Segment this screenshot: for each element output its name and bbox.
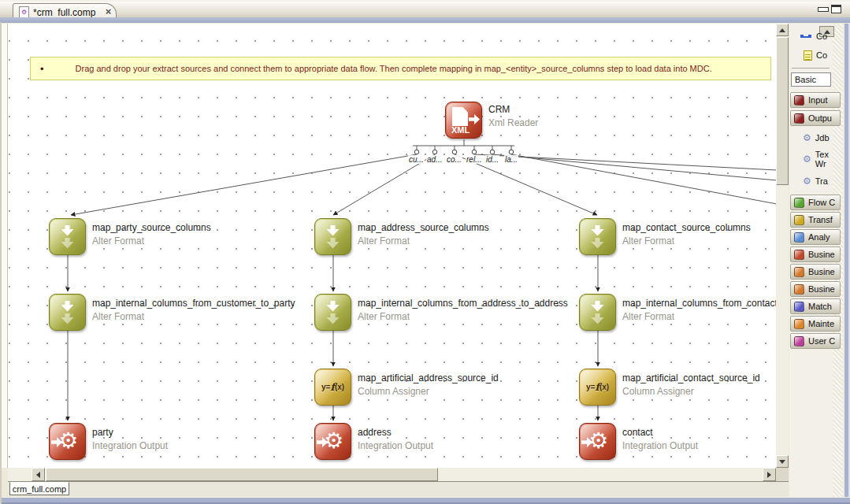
drawer-icon [794, 302, 804, 312]
port-label: rel... [466, 155, 482, 164]
node-title: map_artificial_contact_source_id [622, 372, 760, 384]
editor-tab-bar: ⚙ *crm_full.comp × [0, 0, 850, 19]
palette-drawer-label: Mainte [808, 319, 834, 328]
palette-drawer-maintenance[interactable]: Mainte [790, 316, 841, 332]
column-assigner-icon: y=f(x) [315, 369, 351, 405]
drawer-icon [794, 198, 804, 208]
drawer-icon [794, 215, 804, 225]
vertical-scroll-thumb[interactable] [776, 37, 789, 185]
node-subtitle: Alter Format [92, 235, 144, 246]
palette-separator [792, 68, 830, 69]
palette-drawer-business-3[interactable]: Busine [790, 281, 841, 297]
palette-filter-box[interactable]: Basic [791, 72, 831, 87]
node-crm-xml-reader[interactable]: XML [445, 102, 482, 139]
vertical-scrollbar[interactable] [776, 24, 789, 468]
palette-tool-label: Co [816, 32, 827, 41]
palette-drawer-label: Input [808, 95, 827, 105]
scroll-down-button[interactable] [776, 455, 789, 468]
node-title: map_contact_source_columns [622, 222, 751, 233]
palette-drawer-label: Busine [808, 284, 835, 294]
drawer-icon [794, 336, 804, 346]
node-subtitle: Xml Reader [488, 117, 538, 128]
node-party-integration-output[interactable]: ⚙ [49, 423, 86, 460]
palette-drawer-transformations[interactable]: Transf [790, 212, 841, 228]
bottom-tab-crm-full-comp[interactable]: crm_full.comp [9, 482, 69, 495]
palette-tool-label: Co [816, 50, 827, 60]
diagram-canvas[interactable]: • Drag and drop your extract sources and… [8, 24, 776, 468]
palette-drawer-input[interactable]: Input [790, 92, 841, 108]
xml-document-icon [452, 107, 468, 126]
integration-output-icon: ⚙ [50, 424, 85, 459]
palette-tool-jdbc[interactable]: ⚙ Jdb [789, 131, 844, 145]
xml-icon-text: XML [451, 125, 470, 135]
scroll-left-button[interactable] [32, 468, 45, 481]
palette-drawer-business-1[interactable]: Busine [790, 246, 841, 262]
drawer-icon [794, 267, 804, 277]
palette-drawer-user-components[interactable]: User C [790, 333, 841, 349]
palette-tool-text-writer[interactable]: ⚙ Tex Wr [789, 148, 844, 170]
alter-format-icon [580, 219, 615, 254]
palette-drawer-label: Match [808, 302, 832, 311]
alter-format-icon [50, 295, 85, 330]
node-contact-integration-output[interactable]: ⚙ [579, 423, 616, 460]
node-map-artificial-contact-source-id[interactable]: y=f(x) [579, 369, 616, 406]
node-map-artificial-address-source-id[interactable]: y=f(x) [314, 369, 351, 406]
palette-tool-trash[interactable]: ⚙ Tra [789, 174, 844, 188]
node-title: party [92, 427, 113, 438]
palette-drawer-label: Flow C [808, 198, 835, 207]
right-arrow-icon [767, 472, 774, 478]
node-subtitle: Column Assigner [358, 386, 429, 397]
node-address-integration-output[interactable]: ⚙ [314, 423, 351, 460]
palette-drawer-label: Transf [808, 215, 833, 224]
gear-icon: ⚙ [803, 154, 811, 164]
window-left-trim [0, 22, 2, 504]
node-subtitle: Alter Format [622, 235, 674, 246]
palette-drawer-label: Busine [808, 250, 835, 259]
node-title: address [358, 427, 392, 438]
node-subtitle: Integration Output [92, 440, 168, 451]
connection-icon [800, 32, 812, 40]
scroll-up-button[interactable] [776, 24, 789, 36]
node-map-internal-columns-from-contact-to-contact[interactable] [579, 294, 616, 331]
gear-icon: ⚙ [803, 133, 811, 143]
scroll-right-button[interactable] [763, 468, 776, 481]
port-label: id... [485, 155, 499, 164]
drawer-icon [794, 232, 804, 243]
node-title: contact [622, 427, 653, 438]
window-bottom-trim [0, 497, 850, 504]
minimize-icon[interactable] [818, 7, 829, 12]
palette-drawer-matching[interactable]: Match [790, 298, 841, 314]
palette-tool-note[interactable]: Co [789, 48, 844, 62]
note-icon [804, 50, 812, 61]
node-map-internal-columns-from-address-to-address[interactable] [314, 294, 351, 331]
alter-format-icon [580, 295, 615, 330]
node-subtitle: Alter Format [92, 311, 144, 322]
palette-drawer-analysis[interactable]: Analy [790, 229, 841, 245]
alter-format-icon [50, 219, 85, 254]
close-icon[interactable]: × [106, 6, 112, 17]
palette-drawer-business-2[interactable]: Busine [790, 264, 841, 280]
palette-drawer-output[interactable]: Outpu [790, 110, 841, 126]
alter-format-icon [315, 295, 351, 330]
maximize-icon[interactable] [831, 5, 841, 13]
node-map-contact-source-columns[interactable] [579, 218, 616, 255]
horizontal-scroll-thumb[interactable] [46, 468, 438, 481]
node-map-address-source-columns[interactable] [314, 218, 351, 255]
node-map-internal-columns-from-customer-to-party[interactable] [49, 294, 86, 331]
node-subtitle: Alter Format [358, 311, 410, 322]
palette-drawer-label: Outpu [808, 113, 832, 123]
integration-output-icon: ⚙ [580, 424, 615, 459]
drawer-icon [794, 284, 804, 295]
drawer-icon [794, 113, 804, 124]
node-title: map_internal_columns_from_address_to_add… [358, 298, 568, 309]
palette-drawer-flow-control[interactable]: Flow C [790, 195, 841, 210]
palette-tool-connection[interactable]: Co [789, 30, 844, 43]
horizontal-scrollbar[interactable] [8, 468, 776, 481]
node-subtitle: Integration Output [622, 440, 698, 451]
port-label: cu... [408, 155, 425, 164]
node-map-party-source-columns[interactable] [49, 218, 86, 255]
component-palette: Co Co Basic Input Outpu ⚙ Jdb ⚙ Tex Wr ⚙… [789, 24, 850, 498]
alter-format-icon [315, 219, 351, 254]
node-title: map_internal_columns_from_customer_to_pa… [92, 298, 295, 309]
node-title: CRM [488, 104, 510, 115]
